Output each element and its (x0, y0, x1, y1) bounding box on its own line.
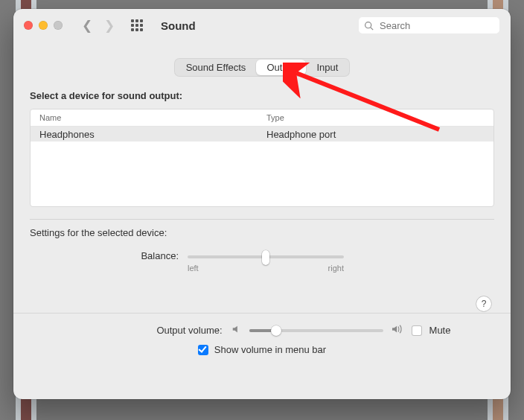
forward-button[interactable]: ❯ (103, 19, 116, 32)
svg-line-1 (371, 27, 373, 29)
table-row[interactable]: Headphones Headphone port (31, 127, 493, 141)
tab-sound-effects[interactable]: Sound Effects (176, 60, 257, 75)
show-volume-row: Show volume in menu bar (198, 344, 326, 355)
speaker-low-icon (231, 324, 242, 337)
column-name[interactable]: Name (31, 113, 266, 122)
sound-preferences-window: ❮ ❯ Sound Sound Effects Output Input Sel… (13, 9, 511, 399)
window-title: Sound (161, 19, 196, 32)
show-all-icon[interactable] (131, 19, 143, 31)
close-window-button[interactable] (24, 21, 33, 30)
traffic-lights (24, 21, 63, 30)
column-type[interactable]: Type (266, 113, 493, 122)
output-volume-slider[interactable] (249, 329, 383, 332)
bottom-controls: Output volume: Mute Show volume in menu … (13, 314, 511, 355)
speaker-high-icon (391, 324, 404, 337)
nav-buttons: ❮ ❯ (80, 19, 116, 32)
zoom-window-button[interactable] (54, 21, 63, 30)
divider (30, 219, 494, 220)
balance-left-label: left (188, 264, 199, 273)
search-input[interactable] (378, 19, 494, 32)
search-field[interactable] (358, 16, 500, 34)
balance-thumb[interactable] (262, 250, 269, 265)
table-header: Name Type (31, 109, 493, 127)
mute-label: Mute (429, 325, 451, 336)
tab-input[interactable]: Input (306, 60, 348, 75)
tabs-row: Sound Effects Output Input (13, 58, 511, 77)
output-volume-row: Output volume: Mute (74, 324, 451, 337)
svg-point-0 (365, 22, 371, 28)
show-volume-label: Show volume in menu bar (214, 344, 326, 355)
balance-right-label: right (328, 264, 344, 273)
search-icon (364, 21, 374, 31)
back-button[interactable]: ❮ (80, 19, 94, 32)
output-volume-label: Output volume: (74, 325, 224, 336)
balance-slider[interactable]: left right (188, 250, 344, 273)
mute-checkbox[interactable] (412, 325, 422, 336)
tab-output[interactable]: Output (256, 60, 306, 75)
help-button[interactable]: ? (476, 296, 491, 311)
settings-label: Settings for the selected device: (30, 227, 494, 238)
output-devices-table: Name Type Headphones Headphone port (30, 109, 494, 207)
segmented-control: Sound Effects Output Input (174, 58, 351, 77)
device-name: Headphones (31, 129, 266, 140)
output-device-label: Select a device for sound output: (30, 90, 494, 101)
titlebar: ❮ ❯ Sound (13, 9, 511, 42)
show-volume-checkbox[interactable] (198, 345, 208, 355)
balance-row: Balance: left right (30, 250, 494, 273)
device-type: Headphone port (266, 129, 493, 140)
volume-thumb[interactable] (271, 325, 281, 336)
minimize-window-button[interactable] (39, 21, 48, 30)
balance-label: Balance: (30, 250, 188, 261)
